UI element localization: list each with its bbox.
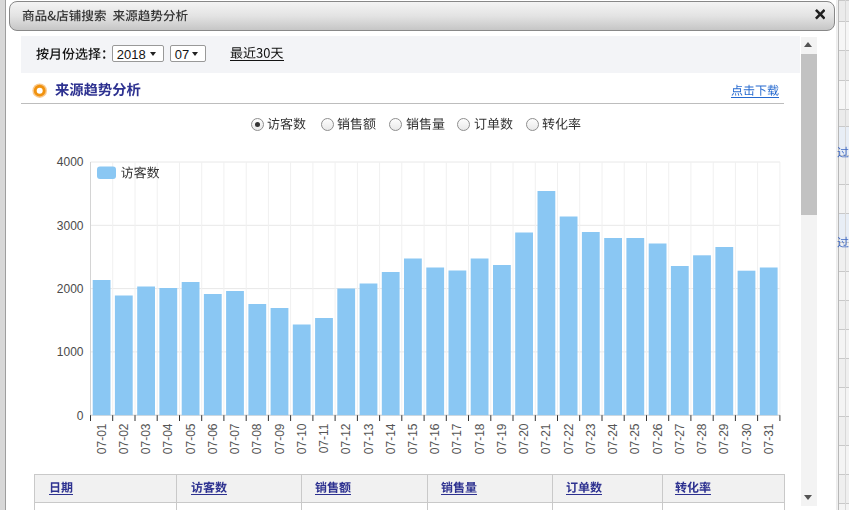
svg-text:2000: 2000 [57,282,84,296]
svg-text:07-23: 07-23 [584,423,598,454]
svg-text:07-21: 07-21 [539,423,553,454]
svg-text:07-13: 07-13 [362,423,376,454]
svg-text:07-14: 07-14 [384,423,398,454]
svg-text:07-08: 07-08 [250,423,264,454]
svg-text:07-15: 07-15 [406,423,420,454]
svg-text:07-17: 07-17 [450,423,464,454]
svg-text:07-29: 07-29 [717,423,731,454]
svg-text:07-26: 07-26 [651,423,665,454]
svg-text:07-04: 07-04 [161,423,175,454]
svg-text:07-10: 07-10 [295,423,309,454]
svg-text:07-30: 07-30 [740,423,754,454]
svg-text:3000: 3000 [57,219,84,233]
svg-text:07-01: 07-01 [95,423,109,454]
svg-text:07-11: 07-11 [317,423,331,453]
svg-text:07-07: 07-07 [228,423,242,454]
svg-text:4000: 4000 [57,155,84,169]
svg-text:07-12: 07-12 [339,423,353,454]
svg-text:07-06: 07-06 [206,423,220,454]
svg-text:0: 0 [77,409,84,423]
svg-text:07-05: 07-05 [184,423,198,454]
svg-text:07-20: 07-20 [517,423,531,454]
svg-text:07-09: 07-09 [273,423,287,454]
svg-text:1000: 1000 [57,345,84,359]
svg-text:07-03: 07-03 [139,423,153,454]
svg-text:07-22: 07-22 [562,423,576,454]
svg-text:07-16: 07-16 [428,423,442,454]
svg-text:07-24: 07-24 [606,423,620,454]
svg-text:07-25: 07-25 [628,423,642,454]
svg-text:07-02: 07-02 [117,423,131,454]
svg-text:07-27: 07-27 [673,423,687,454]
svg-text:07-31: 07-31 [762,423,776,454]
svg-text:07-19: 07-19 [495,423,509,454]
svg-text:07-18: 07-18 [473,423,487,454]
svg-text:07-28: 07-28 [695,423,709,454]
